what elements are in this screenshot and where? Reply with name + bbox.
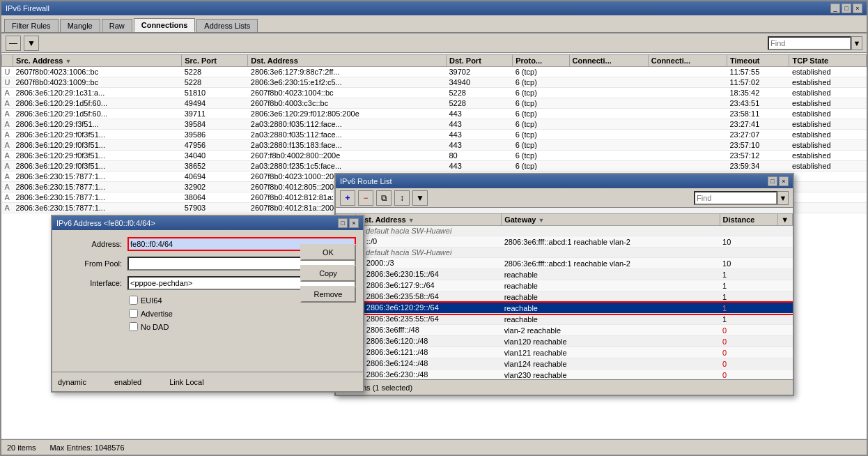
row-timeout: 23:43:51 [727, 98, 789, 109]
tab-connections[interactable]: Connections [134, 18, 196, 32]
route-row[interactable]: AS ▶ ::/0 2806:3e6:fff::abcd:1 reachable… [336, 236, 793, 248]
table-row[interactable]: A 2806:3e6:120:29:f0f3f51... 39586 2a03:… [2, 130, 867, 140]
close-button[interactable]: × [853, 3, 862, 13]
row-conn1 [569, 109, 648, 119]
table-row[interactable]: U 2607f8b0:4023:1009::bc 5228 2806:3e6:2… [2, 77, 867, 88]
route-row[interactable]: DAS ▶ 2806:3e6:230:15::/64 reachable 1 [336, 269, 793, 280]
row-conn1 [569, 77, 648, 88]
col-timeout[interactable]: Timeout [727, 55, 789, 67]
col-src-port[interactable]: Src. Port [182, 55, 248, 67]
route-col-extra[interactable]: ▼ [778, 214, 793, 226]
route-filter-button[interactable]: ▼ [412, 190, 428, 206]
eui64-checkbox[interactable] [129, 296, 138, 305]
route-row[interactable]: DAC ▶ 2806:3e6:121::/48 vlan121 reachabl… [336, 347, 793, 358]
table-row[interactable]: U 2607f8b0:4023:1006::bc 5228 2806:3e6:1… [2, 67, 867, 77]
tab-raw[interactable]: Raw [102, 19, 132, 32]
remove-button[interactable]: Remove [300, 286, 356, 303]
route-row-dist: 0 [720, 336, 778, 347]
route-col-dist[interactable]: Distance [720, 214, 778, 226]
route-row-dst: ▶ 2806:3e6:235:55::/64 [356, 314, 502, 325]
row-flag: A [2, 88, 13, 98]
row-flag: A [2, 192, 13, 203]
route-minimize-button[interactable]: □ [768, 176, 777, 186]
route-col-gw[interactable]: Gateway ▼ [502, 214, 720, 226]
route-row-dist: 1 [720, 269, 778, 280]
row-flag: A [2, 109, 13, 119]
table-row[interactable]: A 2806:3e6:120:29:1d5f:60... 39711 2806:… [2, 109, 867, 119]
filter-button[interactable]: ▼ [24, 36, 39, 51]
row-tcp-state [789, 203, 867, 213]
route-row-gw: reachable [502, 269, 720, 280]
dialog-controls: □ × [338, 218, 359, 228]
route-find-box: ▼ [694, 191, 789, 205]
route-row[interactable]: DAC ▶ 2806:3e6:124::/48 vlan124 reachabl… [336, 358, 793, 370]
route-close-button[interactable]: × [779, 176, 789, 186]
route-row[interactable]: DAS ▶ 2806:3e6:235:58::/64 reachable 1 [336, 291, 793, 303]
row-tcp-state: established [789, 109, 867, 119]
route-row[interactable]: DAS ▶ 2806:3e6:235:55::/64 reachable 1 [336, 314, 793, 325]
route-row[interactable]: ::: Ruta default hacia SW-Huawei [336, 248, 793, 258]
route-row-gw: vlan121 reachable [502, 347, 720, 358]
route-row-gw: vlan124 reachable [502, 358, 720, 370]
row-conn2 [648, 119, 727, 130]
table-row[interactable]: A 2806:3e6:120:29:f3f51... 39584 2a03:28… [2, 119, 867, 130]
row-flag: U [2, 77, 13, 88]
advertise-checkbox[interactable] [129, 309, 138, 318]
table-row[interactable]: A 2806:3e6:120:29:1c31:a... 51810 2607f8… [2, 88, 867, 98]
no-dad-checkbox[interactable] [129, 322, 138, 331]
route-col-dst[interactable]: Dst. Address ▼ [356, 214, 502, 226]
table-row[interactable]: A 2806:3e6:120:29:1d5f:60... 49494 2607f… [2, 98, 867, 109]
route-row[interactable]: DAS ▶ 2806:3e6:127:9::/64 reachable 1 [336, 280, 793, 291]
row-dst-port: 39702 [446, 67, 512, 77]
find-input[interactable] [768, 36, 851, 50]
route-row[interactable]: ::: Ruta default hacia SW-Huawei [336, 226, 793, 236]
route-row-extra [778, 258, 793, 269]
col-tcp-state[interactable]: TCP State [789, 55, 867, 67]
route-sort-button[interactable]: ↕ [394, 190, 410, 206]
route-remove-button[interactable]: − [358, 190, 373, 206]
row-dst-port: 5228 [446, 88, 512, 98]
dialog-close-button[interactable]: × [349, 218, 359, 228]
route-row[interactable]: DAC ▶ 2806:3e6:230::/48 vlan230 reachabl… [336, 370, 793, 380]
col-proto[interactable]: Proto... [513, 55, 569, 67]
main-window-title: IPv6 Firewall [6, 4, 49, 13]
col-conn1[interactable]: Connecti... [569, 55, 648, 67]
ok-button[interactable]: OK [300, 244, 356, 261]
route-row[interactable]: DAC ▶ 2806:3e6:120::/48 vlan120 reachabl… [336, 336, 793, 347]
col-flag[interactable] [2, 55, 13, 67]
col-conn2[interactable]: Connecti... [648, 55, 727, 67]
find-dropdown[interactable]: ▼ [851, 36, 862, 50]
col-dst-addr[interactable]: Dst. Address [248, 55, 447, 67]
route-copy-button[interactable]: ⧉ [376, 190, 392, 206]
minimize-button[interactable]: _ [830, 3, 840, 13]
route-add-button[interactable]: + [340, 190, 355, 206]
table-row[interactable]: A 2806:3e6:120:29:f0f3f51... 38652 2a03:… [2, 161, 867, 172]
route-row[interactable]: DAS ▶ 2806:3e6:120:29::/64 reachable 1 [336, 303, 793, 314]
row-conn1 [569, 119, 648, 130]
table-row[interactable]: A 2806:3e6:120:29:f0f3f51... 34040 2607:… [2, 151, 867, 161]
tab-address-lists[interactable]: Address Lists [196, 19, 258, 32]
tab-filter-rules[interactable]: Filter Rules [4, 19, 59, 32]
route-status-bar: 13 items (1 selected) [336, 379, 793, 395]
advertise-label: Advertise [141, 310, 173, 318]
tab-mangle[interactable]: Mangle [60, 19, 100, 32]
col-src-addr[interactable]: Src. Address ▼ [13, 55, 182, 67]
route-find-input[interactable] [694, 191, 777, 205]
row-flag: A [2, 182, 13, 192]
maximize-button[interactable]: □ [842, 3, 851, 13]
copy-button[interactable]: Copy [300, 265, 356, 282]
row-src-port: 39711 [182, 109, 248, 119]
table-row[interactable]: A 2806:3e6:120:29:f0f3f51... 47956 2a03:… [2, 140, 867, 151]
route-find-dropdown[interactable]: ▼ [777, 191, 789, 205]
route-row-dst: ▶ 2806:3e6:230::/48 [356, 370, 502, 380]
route-row[interactable]: DAC ▶ 2806:3e6fff::/48 vlan-2 reachable … [336, 325, 793, 336]
row-timeout: 11:57:02 [727, 77, 789, 88]
col-dst-port[interactable]: Dst. Port [446, 55, 512, 67]
dialog-minimize-button[interactable]: □ [338, 218, 348, 228]
route-title-bar: IPv6 Route List □ × [336, 174, 793, 188]
minus-button[interactable]: — [6, 36, 21, 51]
row-src-port: 49494 [182, 98, 248, 109]
ipv6-address-dialog: IPv6 Address <fe80::f0:4/64> □ × Address… [51, 215, 364, 393]
route-row[interactable]: AS ▶ 2000::/3 2806:3e6:fff::abcd:1 reach… [336, 258, 793, 269]
row-conn1 [569, 151, 648, 161]
